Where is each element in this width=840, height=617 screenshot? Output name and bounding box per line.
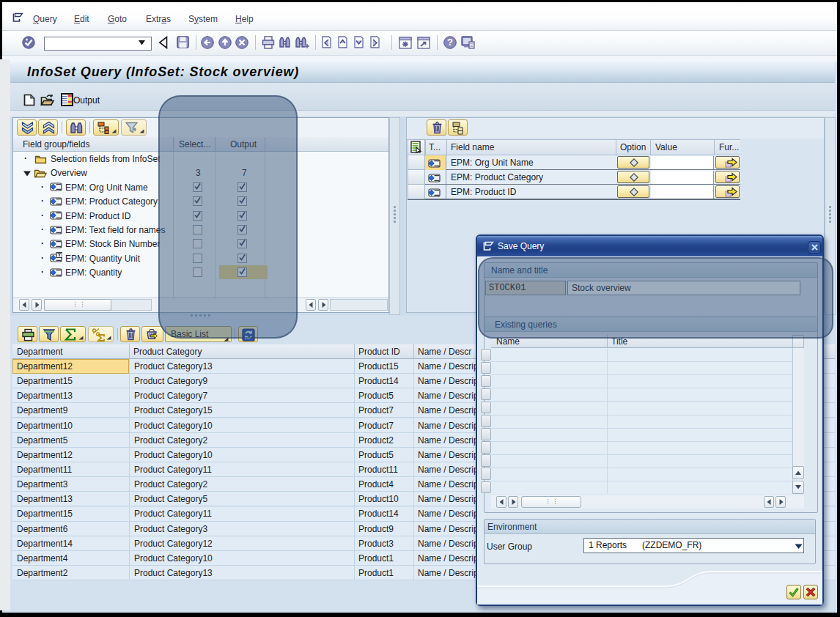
svg-text:?: ?	[447, 37, 453, 48]
